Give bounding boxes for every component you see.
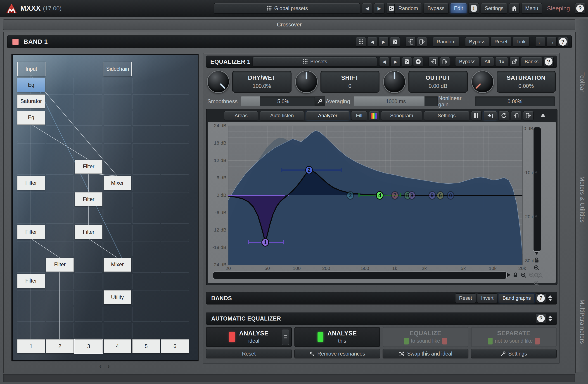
band-color-swatch[interactable] [12, 39, 19, 45]
next-preset-button[interactable]: ▶ [374, 3, 384, 14]
routing-node-filter[interactable]: Filter [17, 225, 45, 239]
eq-band-9-handle[interactable]: 9 [429, 192, 436, 199]
smoothness-settings-button[interactable] [315, 97, 325, 106]
horizontal-scrollbar[interactable] [213, 271, 507, 279]
randomize-button[interactable]: Random [394, 3, 422, 14]
band-help-button[interactable]: ? [558, 37, 568, 47]
separate-button[interactable]: SEPARATE not to sound like [471, 327, 557, 347]
band-dice-button[interactable] [390, 37, 400, 47]
nonlinear-gain-slider[interactable]: 0.00% [475, 96, 555, 107]
band-slot-6[interactable]: 6 [161, 339, 189, 353]
bands-invert-button[interactable]: Invert [477, 293, 497, 303]
home-button[interactable] [509, 3, 520, 14]
zoom-reset-x-icon[interactable] [537, 272, 543, 278]
analyse-this-button[interactable]: ANALYSEthis [294, 327, 380, 347]
band-slot-2[interactable]: 2 [46, 339, 74, 353]
eq-detach-button[interactable] [509, 57, 520, 66]
scroll-up-arrow[interactable] [541, 113, 546, 117]
lock-zoom-x-icon[interactable] [512, 272, 519, 278]
eq-banks-button[interactable]: Banks [521, 57, 542, 66]
analyzer-button[interactable]: Analyzer [306, 111, 349, 120]
tab-multiparameters[interactable]: MultiParameters [576, 286, 588, 358]
eq-band-8-handle[interactable]: 8 [408, 192, 415, 199]
eq-band-7-handle[interactable]: 7 [392, 192, 398, 199]
band-presets-button[interactable] [356, 37, 366, 47]
routing-canvas[interactable]: InputSidechainEqSaturatorEqFilterFilterM… [13, 55, 198, 360]
output-knob[interactable] [383, 71, 406, 93]
menu-button[interactable]: Menu [521, 3, 542, 14]
tab-toolbar[interactable]: Toolbar [576, 48, 588, 116]
routing-node-eq[interactable]: Eq [17, 111, 45, 125]
routing-node-filter[interactable]: Filter [46, 258, 74, 272]
global-presets-button[interactable]: Global presets [214, 3, 360, 14]
analyzer-import-button[interactable] [511, 111, 521, 120]
eq-next-button[interactable]: ▶ [391, 57, 400, 66]
eq-graph[interactable]: 1234758960 [228, 126, 523, 265]
band-import-button[interactable] [406, 37, 416, 47]
band-link-button[interactable]: Link [513, 37, 529, 47]
shift-knob[interactable] [295, 71, 318, 93]
bands-collapse-control[interactable] [548, 295, 552, 301]
eq-bypass-button[interactable]: Bypass [455, 57, 479, 66]
zoom-in-x-icon[interactable] [520, 272, 527, 278]
equalize-button[interactable]: EQUALIZE to sound like [383, 327, 468, 347]
eq-add-button[interactable] [413, 57, 423, 66]
band-reset-button[interactable]: Reset [490, 37, 511, 47]
eq-band-0-handle[interactable]: 0 [447, 192, 454, 199]
band-bypass-button[interactable]: Bypass [465, 37, 489, 47]
analyse-ideal-button[interactable]: ANALYSEideal [206, 327, 292, 347]
auto-listen-button[interactable]: Auto-listen [260, 111, 304, 120]
eq-band-3-handle[interactable]: 3 [347, 192, 354, 199]
routing-node-eq[interactable]: Eq [17, 78, 45, 92]
band-slot-1[interactable]: 1 [17, 339, 45, 353]
routing-node-filter[interactable]: Filter [75, 160, 103, 174]
pager-prev-button[interactable]: ‹ [99, 362, 102, 370]
eq-help-button[interactable]: ? [544, 57, 554, 66]
alert-button[interactable]: ! [469, 3, 479, 14]
colors-button[interactable] [369, 111, 379, 120]
eq-export-button[interactable] [440, 57, 450, 66]
auto-eq-help-button[interactable]: ? [536, 314, 546, 323]
band-graphs-button[interactable]: Band graphs [499, 293, 535, 303]
saturation-value-panel[interactable]: SATURATION0.00% [497, 71, 556, 93]
swap-this-ideal-button[interactable]: Swap this and ideal [383, 349, 468, 358]
sonogram-button[interactable]: Sonogram [381, 111, 422, 120]
output-value-panel[interactable]: OUTPUT0.00 dB [408, 71, 468, 93]
band-slot-4[interactable]: 4 [104, 339, 131, 353]
averaging-slider[interactable]: 1000 ms [353, 96, 438, 107]
routing-node-filter[interactable]: Filter [17, 274, 45, 288]
band-slot-3[interactable]: 3 [75, 339, 103, 353]
crossover-section-bar[interactable]: Crossover [3, 19, 575, 30]
band-export-button[interactable] [417, 37, 427, 47]
routing-node-mixer[interactable]: Mixer [104, 176, 131, 190]
routing-node-filter[interactable]: Filter [75, 225, 103, 239]
drywet-knob[interactable] [207, 71, 230, 93]
zoom-out-x-icon[interactable] [528, 272, 535, 278]
help-button[interactable]: ? [575, 3, 585, 14]
eq-all-button[interactable]: All [481, 57, 494, 66]
pause-button[interactable] [471, 111, 482, 120]
band-prev-button[interactable]: ◀ [367, 37, 377, 47]
routing-node-sidechain[interactable]: Sidechain [104, 62, 132, 76]
band-slot-5[interactable]: 5 [132, 339, 160, 353]
settings-button[interactable]: Settings [481, 3, 507, 14]
band-next-button[interactable]: ▶ [378, 37, 389, 47]
pager-next-button[interactable]: › [107, 362, 110, 370]
auto-eq-collapse-control[interactable] [548, 316, 552, 321]
auto-eq-reset-button[interactable]: Reset [206, 349, 292, 358]
areas-button[interactable]: Areas [224, 111, 258, 120]
bands-help-button[interactable]: ? [536, 293, 546, 303]
saturation-knob[interactable] [471, 71, 494, 93]
zoom-in-y-icon[interactable] [533, 265, 540, 271]
routing-node-saturator[interactable]: Saturator [17, 95, 45, 108]
band-arrow-right-button[interactable]: → [546, 37, 557, 47]
shift-value-panel[interactable]: SHIFT0 [320, 71, 380, 93]
routing-node-mixer[interactable]: Mixer [104, 258, 131, 272]
routing-node-utility[interactable]: Utility [104, 290, 131, 304]
menu-grip-icon[interactable] [282, 329, 289, 345]
eq-once-button[interactable]: 1x [495, 57, 508, 66]
vertical-scrollbar[interactable] [533, 127, 541, 252]
edit-button[interactable]: Edit [450, 3, 467, 14]
eq-band-6-handle[interactable]: 6 [437, 192, 444, 199]
routing-node-input[interactable]: Input [17, 62, 45, 76]
